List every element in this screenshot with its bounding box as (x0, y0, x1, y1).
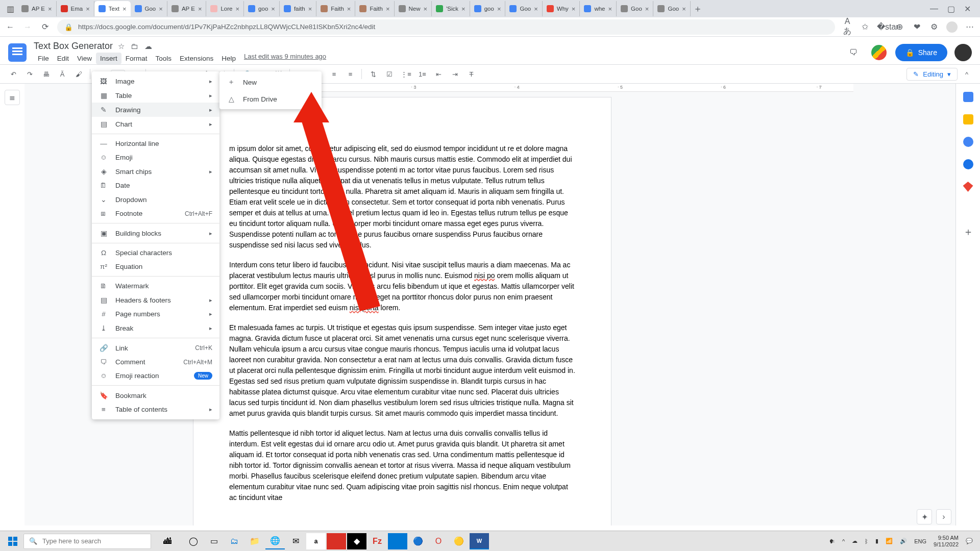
menu-insert[interactable]: Insert (96, 53, 121, 64)
close-tab-icon[interactable]: × (461, 5, 465, 13)
menu-help[interactable]: Help (217, 53, 240, 64)
back-button[interactable]: ← (5, 22, 15, 32)
wifi-icon[interactable]: 📶 (886, 538, 893, 544)
mail-app-icon[interactable]: ✉ (286, 533, 305, 549)
hide-menus-button[interactable]: ^ (960, 67, 974, 81)
insert-menu-item-building-blocks[interactable]: ▣ Building blocks▸ (92, 226, 219, 240)
close-tab-icon[interactable]: × (198, 5, 202, 13)
maximize-button[interactable]: ▢ (947, 4, 955, 14)
insert-menu-item-date[interactable]: 🗓 Date (92, 179, 219, 192)
browser-tab[interactable]: Why × (543, 1, 580, 16)
spellcheck-button[interactable]: Ă (55, 67, 69, 81)
language-indicator[interactable]: ENG (914, 538, 926, 544)
browser-tab[interactable]: whe × (580, 1, 617, 16)
insert-menu-item-drawing[interactable]: ✎ Drawing▸ (92, 103, 219, 117)
paragraph[interactable]: Mattis pellentesque id nibh tortor id al… (229, 428, 575, 503)
close-tab-icon[interactable]: × (86, 5, 90, 13)
insert-menu-item-equation[interactable]: π² Equation (92, 260, 219, 273)
browser-tab[interactable]: Goo × (505, 1, 542, 16)
taskbar-clock[interactable]: 9:50 AM 9/11/2022 (934, 535, 959, 547)
docs-logo-icon[interactable] (8, 43, 27, 62)
close-tab-icon[interactable]: × (48, 5, 52, 13)
taskbar-app[interactable] (327, 533, 346, 549)
close-tab-icon[interactable]: × (308, 5, 312, 13)
battery-icon[interactable]: ▮ (875, 538, 878, 544)
volume-icon[interactable]: 🔊 (900, 538, 907, 544)
line-spacing-button[interactable]: ⇅ (366, 67, 380, 81)
paragraph[interactable]: Interdum cons tetur libero id faucibus n… (229, 260, 575, 313)
browser-tab[interactable]: goo × (244, 1, 280, 16)
url-input[interactable]: 🔒 https://docs.google.com/document/d/1Pv… (57, 19, 835, 35)
browser-tab[interactable]: Text × (94, 1, 131, 16)
insert-menu-item-table-of-contents[interactable]: ≡ Table of contents▸ (92, 403, 219, 416)
close-tab-icon[interactable]: × (159, 5, 163, 13)
close-tab-icon[interactable]: × (347, 5, 351, 13)
tray-chevron-icon[interactable]: ^ (842, 538, 845, 544)
close-window-button[interactable]: ✕ (964, 4, 971, 14)
task-view-button[interactable]: ◯ (184, 533, 203, 549)
close-tab-icon[interactable]: × (236, 5, 240, 13)
share-button[interactable]: 🔒 Share (895, 44, 947, 61)
browser-tab[interactable]: New × (395, 1, 432, 16)
minimize-button[interactable]: — (930, 4, 938, 14)
close-tab-icon[interactable]: × (572, 5, 576, 13)
insert-menu-item-special-characters[interactable]: Ω Special characters (92, 246, 219, 260)
favorites-bar-icon[interactable]: �star (877, 22, 887, 32)
clear-formatting-button[interactable]: T (464, 67, 478, 81)
profile-icon[interactable] (946, 21, 958, 33)
side-panel-toggle[interactable]: › (936, 509, 951, 524)
insert-menu-item-comment[interactable]: 🗨 CommentCtrl+Alt+M (92, 355, 219, 369)
bulleted-list-button[interactable]: ⋮≡ (399, 67, 413, 81)
close-tab-icon[interactable]: × (122, 5, 127, 13)
star-icon[interactable]: ☆ (118, 42, 125, 51)
taskbar-app[interactable]: 🔵 (408, 533, 428, 549)
menu-tools[interactable]: Tools (152, 53, 176, 64)
get-addons-button[interactable]: ＋ (963, 227, 973, 237)
notifications-icon[interactable]: 💬 (966, 538, 973, 544)
browser-tab[interactable]: Faith × (355, 1, 394, 16)
menu-edit[interactable]: Edit (53, 53, 73, 64)
insert-menu-item-dropdown[interactable]: ⌄ Dropdown (92, 192, 219, 207)
browser-tab[interactable]: Goo × (653, 1, 690, 16)
menu-extensions[interactable]: Extensions (176, 53, 217, 64)
insert-menu-item-link[interactable]: 🔗 LinkCtrl+K (92, 341, 219, 355)
numbered-list-button[interactable]: 1≡ (415, 67, 429, 81)
print-button[interactable]: 🖶 (39, 67, 53, 81)
menu-format[interactable]: Format (121, 53, 152, 64)
taskbar-app[interactable]: 🗂 (225, 533, 244, 549)
contacts-addon-icon[interactable] (963, 159, 973, 169)
new-tab-button[interactable]: ＋ (691, 3, 705, 15)
insert-menu-item-emoji-reaction[interactable]: ☺ Emoji reactionNew (92, 369, 219, 383)
browser-tab[interactable]: Goo × (617, 1, 653, 16)
word-app-icon[interactable]: W (470, 533, 489, 549)
insert-menu-item-footnote[interactable]: 🗉 FootnoteCtrl+Alt+F (92, 207, 219, 220)
editing-mode-button[interactable]: ✎ Editing ▾ (906, 68, 958, 81)
refresh-button[interactable]: ⟳ (40, 22, 50, 32)
close-tab-icon[interactable]: × (534, 5, 538, 13)
close-tab-icon[interactable]: × (424, 5, 428, 13)
document-page[interactable]: m ipsum dolor sit amet, consectetur adip… (193, 97, 611, 525)
menu-icon[interactable]: ⋯ (965, 22, 975, 32)
menu-view[interactable]: View (73, 53, 96, 64)
browser-tab[interactable]: Lore × (206, 1, 244, 16)
browser-tab[interactable]: Goo × (131, 1, 167, 16)
taskbar-weather[interactable]: 🏙 (152, 533, 183, 549)
onedrive-icon[interactable]: ☁ (852, 538, 857, 544)
menu-file[interactable]: File (34, 53, 53, 64)
increase-indent-button[interactable]: ⇥ (448, 67, 462, 81)
taskbar-search[interactable]: 🔍 Type here to search (23, 534, 151, 549)
comment-history-icon[interactable]: 🗨 (844, 43, 863, 62)
redo-button[interactable]: ↷ (22, 67, 37, 81)
edge-app-icon[interactable]: 🌐 (265, 533, 285, 549)
close-tab-icon[interactable]: × (497, 5, 501, 13)
read-aloud-icon[interactable]: Aあ (842, 17, 852, 37)
align-right-button[interactable]: ≡ (327, 67, 341, 81)
paragraph[interactable]: Et malesuada fames ac turpis. Ut tristiq… (229, 322, 575, 419)
insert-menu-item-emoji[interactable]: ☺ Emoji (92, 151, 219, 164)
close-tab-icon[interactable]: × (645, 5, 649, 13)
opera-icon[interactable]: O (429, 533, 448, 549)
paragraph[interactable]: m ipsum dolor sit amet, consectetur adip… (229, 143, 575, 251)
insert-menu-item-page-numbers[interactable]: # Page numbers▸ (92, 307, 219, 321)
drawing-submenu-item-from-drive[interactable]: △ From Drive (219, 91, 322, 107)
last-edit-link[interactable]: Last edit was 9 minutes ago (244, 53, 326, 64)
